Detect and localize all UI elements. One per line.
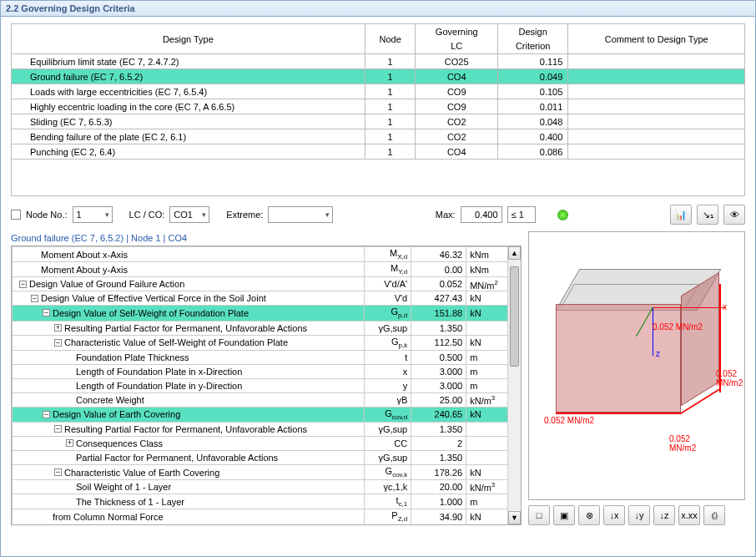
detail-row[interactable]: −Design Value of Self-Weight of Foundati… — [13, 306, 521, 321]
collapse-icon[interactable]: − — [19, 281, 27, 288]
detail-row[interactable]: Partial Factor for Permanent, Unfavorabl… — [13, 450, 521, 464]
detail-scrollbar[interactable]: ▲ ▼ — [507, 246, 521, 524]
detail-row[interactable]: −Design Value of Ground Failure ActionV'… — [13, 277, 521, 291]
axis-z-label: z — [656, 349, 660, 358]
expand-icon[interactable]: + — [54, 324, 62, 332]
values-icon[interactable]: x.xx — [678, 505, 700, 525]
collapse-icon[interactable]: − — [43, 411, 50, 418]
collapse-icon[interactable]: − — [54, 468, 62, 476]
detail-row[interactable]: +Resulting Partial Factor for Permanent,… — [13, 321, 521, 335]
detail-row[interactable]: +Effective Base AreaA'82971cm2 — [13, 524, 521, 525]
view-x-icon[interactable]: ↓x — [603, 505, 625, 525]
detail-row[interactable]: The Thickness of 1 - Layertc,11.000m — [13, 494, 521, 509]
scroll-up-icon[interactable]: ▲ — [508, 246, 521, 260]
table-row[interactable]: Highly eccentric loading in the core (EC… — [12, 99, 745, 114]
detail-row[interactable]: Moment About y-AxisMY,d0.00kNm — [13, 262, 521, 277]
collapse-icon[interactable]: − — [31, 295, 38, 302]
viz-toolbar: □▣⊗↓x↓y↓zx.xx⎙ — [528, 500, 745, 525]
stress-label-front: 0.052 MN/m2 — [544, 416, 594, 425]
detail-row[interactable]: Concrete WeightγB25.00kN/m3 — [13, 392, 521, 407]
table-row[interactable]: Equilibrium limit state (EC 7, 2.4.7.2)1… — [12, 54, 745, 69]
node-no-label: Node No.: — [26, 210, 68, 220]
detail-title: Ground failure (EC 7, 6.5.2) | Node 1 | … — [11, 231, 522, 246]
detail-row[interactable]: −Characteristic Value of Earth CoveringG… — [13, 464, 521, 479]
detail-tree-grid[interactable]: Moment About x-AxisMX,d46.32kNmMoment Ab… — [11, 246, 522, 525]
status-ok-icon — [557, 210, 568, 220]
view-button[interactable]: 👁 — [723, 205, 745, 225]
collapse-icon[interactable]: − — [54, 425, 62, 433]
detail-row[interactable]: Length of Foundation Plate in y-Directio… — [13, 378, 521, 392]
scroll-down-icon[interactable]: ▼ — [508, 511, 521, 524]
max-value: 0.400 — [461, 206, 502, 223]
detail-row[interactable]: Soil Weight of 1 - Layerγc,1,k20.00kN/m3 — [13, 480, 521, 494]
node-no-dropdown[interactable]: 1 — [73, 206, 113, 223]
table-row[interactable]: Punching (EC 2, 6.4)1CO40.086 — [12, 144, 745, 160]
detail-row[interactable]: −Resulting Partial Factor for Permanent,… — [13, 422, 521, 436]
view-y-icon[interactable]: ↓y — [628, 505, 650, 525]
detail-row[interactable]: Moment About x-AxisMX,d46.32kNm — [13, 247, 521, 262]
table-row[interactable]: Sliding (EC 7, 6.5.3)1CO20.048 — [12, 114, 745, 129]
table-header: Design Type Node Governing Design Commen… — [12, 24, 745, 54]
max-limit: ≤ 1 — [507, 206, 536, 223]
detail-row[interactable]: −Design Value of Earth CoveringGcov,d240… — [13, 407, 521, 422]
chart-button[interactable]: 📊 — [670, 205, 692, 225]
node-no-checkbox[interactable] — [11, 210, 21, 220]
expand-icon[interactable]: + — [66, 439, 73, 447]
collapse-icon[interactable]: − — [43, 309, 50, 316]
lc-dropdown[interactable]: CO1 — [169, 206, 209, 223]
lc-label: LC / CO: — [129, 210, 165, 220]
extreme-dropdown[interactable] — [268, 206, 333, 223]
table-row[interactable]: Ground failure (EC 7, 6.5.2)1CO40.049 — [12, 69, 745, 84]
extreme-label: Extreme: — [226, 210, 263, 220]
design-criteria-table[interactable]: Design Type Node Governing Design Commen… — [11, 23, 745, 196]
view-z-icon[interactable]: ↓z — [653, 505, 675, 525]
stress-label-side: 0.052 MN/m2 — [716, 369, 743, 387]
viz-3d-view[interactable]: x z 0.052 MN/m2 0.052 MN/m2 0.052 MN/m2 … — [528, 231, 745, 500]
goto-button[interactable]: ↘₁ — [697, 205, 718, 225]
solid-view-icon[interactable]: ▣ — [553, 505, 575, 525]
table-row[interactable]: Loads with large eccentricities (EC 7, 6… — [12, 84, 745, 99]
panel-title: 2.2 Governing Design Criteria — [1, 1, 755, 17]
print-icon[interactable]: ⎙ — [703, 505, 725, 525]
filter-bar: Node No.: 1 LC / CO: CO1 Extreme: Max: 0… — [1, 201, 755, 231]
detail-row[interactable]: Foundation Plate Thicknesst0.500m — [13, 350, 521, 364]
detail-row[interactable]: +Consequences ClassCC2 — [13, 436, 521, 450]
table-row[interactable]: Bending failure of the plate (EC 2, 6.1)… — [12, 129, 745, 144]
collapse-icon[interactable]: − — [54, 339, 62, 347]
stress-label-bottom: 0.052 MN/m2 — [669, 434, 719, 453]
detail-row[interactable]: from Column Normal ForcePZ,d34.90kN — [13, 509, 521, 524]
wireframe-icon[interactable]: ⊗ — [578, 505, 600, 525]
detail-row[interactable]: −Design Value of Effective Vertical Forc… — [13, 291, 521, 306]
max-label: Max: — [436, 210, 456, 220]
axis-x-label: x — [723, 302, 727, 311]
scroll-thumb[interactable] — [510, 266, 519, 367]
detail-row[interactable]: −Characteristic Value of Self-Weight of … — [13, 335, 521, 350]
detail-row[interactable]: Length of Foundation Plate in x-Directio… — [13, 364, 521, 378]
stress-label-center: 0.052 MN/m2 — [653, 322, 703, 332]
iso-view-icon[interactable]: □ — [528, 505, 550, 525]
